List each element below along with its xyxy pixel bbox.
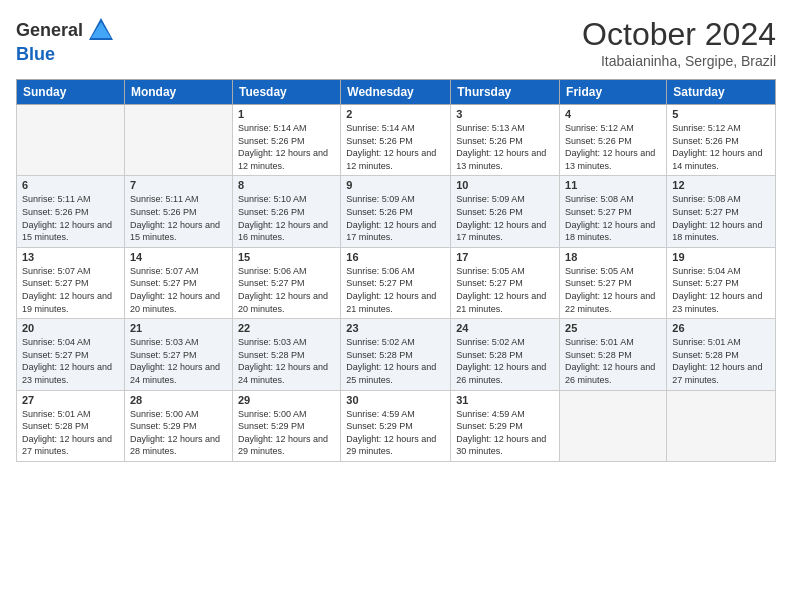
calendar-cell: 5Sunrise: 5:12 AM Sunset: 5:26 PM Daylig… [667, 105, 776, 176]
col-saturday: Saturday [667, 80, 776, 105]
calendar-cell: 31Sunrise: 4:59 AM Sunset: 5:29 PM Dayli… [451, 390, 560, 461]
col-sunday: Sunday [17, 80, 125, 105]
calendar-header-row: Sunday Monday Tuesday Wednesday Thursday… [17, 80, 776, 105]
day-info: Sunrise: 5:00 AM Sunset: 5:29 PM Dayligh… [130, 408, 227, 458]
calendar-week-row: 13Sunrise: 5:07 AM Sunset: 5:27 PM Dayli… [17, 247, 776, 318]
calendar-cell: 17Sunrise: 5:05 AM Sunset: 5:27 PM Dayli… [451, 247, 560, 318]
day-number: 26 [672, 322, 770, 334]
calendar-cell: 1Sunrise: 5:14 AM Sunset: 5:26 PM Daylig… [232, 105, 340, 176]
svg-marker-1 [91, 22, 111, 38]
day-info: Sunrise: 5:12 AM Sunset: 5:26 PM Dayligh… [672, 122, 770, 172]
calendar-cell: 27Sunrise: 5:01 AM Sunset: 5:28 PM Dayli… [17, 390, 125, 461]
calendar-cell: 30Sunrise: 4:59 AM Sunset: 5:29 PM Dayli… [341, 390, 451, 461]
logo-icon [87, 16, 115, 44]
day-info: Sunrise: 5:06 AM Sunset: 5:27 PM Dayligh… [346, 265, 445, 315]
logo-blue: Blue [16, 44, 55, 64]
day-number: 5 [672, 108, 770, 120]
day-info: Sunrise: 5:00 AM Sunset: 5:29 PM Dayligh… [238, 408, 335, 458]
logo-general: General [16, 20, 83, 41]
day-info: Sunrise: 5:05 AM Sunset: 5:27 PM Dayligh… [456, 265, 554, 315]
day-info: Sunrise: 5:09 AM Sunset: 5:26 PM Dayligh… [456, 193, 554, 243]
day-number: 1 [238, 108, 335, 120]
calendar-cell: 15Sunrise: 5:06 AM Sunset: 5:27 PM Dayli… [232, 247, 340, 318]
day-number: 17 [456, 251, 554, 263]
day-info: Sunrise: 5:06 AM Sunset: 5:27 PM Dayligh… [238, 265, 335, 315]
calendar-cell: 25Sunrise: 5:01 AM Sunset: 5:28 PM Dayli… [560, 319, 667, 390]
day-info: Sunrise: 5:05 AM Sunset: 5:27 PM Dayligh… [565, 265, 661, 315]
day-info: Sunrise: 5:14 AM Sunset: 5:26 PM Dayligh… [238, 122, 335, 172]
calendar-cell: 26Sunrise: 5:01 AM Sunset: 5:28 PM Dayli… [667, 319, 776, 390]
calendar-cell: 9Sunrise: 5:09 AM Sunset: 5:26 PM Daylig… [341, 176, 451, 247]
day-info: Sunrise: 4:59 AM Sunset: 5:29 PM Dayligh… [346, 408, 445, 458]
calendar-cell: 23Sunrise: 5:02 AM Sunset: 5:28 PM Dayli… [341, 319, 451, 390]
day-number: 28 [130, 394, 227, 406]
day-number: 12 [672, 179, 770, 191]
day-info: Sunrise: 5:10 AM Sunset: 5:26 PM Dayligh… [238, 193, 335, 243]
calendar-cell: 6Sunrise: 5:11 AM Sunset: 5:26 PM Daylig… [17, 176, 125, 247]
day-number: 24 [456, 322, 554, 334]
calendar-cell: 20Sunrise: 5:04 AM Sunset: 5:27 PM Dayli… [17, 319, 125, 390]
day-number: 7 [130, 179, 227, 191]
day-number: 18 [565, 251, 661, 263]
day-number: 9 [346, 179, 445, 191]
day-info: Sunrise: 5:01 AM Sunset: 5:28 PM Dayligh… [672, 336, 770, 386]
calendar-cell: 2Sunrise: 5:14 AM Sunset: 5:26 PM Daylig… [341, 105, 451, 176]
day-number: 19 [672, 251, 770, 263]
day-number: 3 [456, 108, 554, 120]
day-info: Sunrise: 5:04 AM Sunset: 5:27 PM Dayligh… [22, 336, 119, 386]
day-info: Sunrise: 5:04 AM Sunset: 5:27 PM Dayligh… [672, 265, 770, 315]
col-friday: Friday [560, 80, 667, 105]
day-info: Sunrise: 5:11 AM Sunset: 5:26 PM Dayligh… [22, 193, 119, 243]
day-number: 16 [346, 251, 445, 263]
day-number: 29 [238, 394, 335, 406]
day-number: 14 [130, 251, 227, 263]
day-info: Sunrise: 5:11 AM Sunset: 5:26 PM Dayligh… [130, 193, 227, 243]
calendar-cell: 7Sunrise: 5:11 AM Sunset: 5:26 PM Daylig… [124, 176, 232, 247]
calendar-week-row: 1Sunrise: 5:14 AM Sunset: 5:26 PM Daylig… [17, 105, 776, 176]
day-number: 8 [238, 179, 335, 191]
calendar-cell: 13Sunrise: 5:07 AM Sunset: 5:27 PM Dayli… [17, 247, 125, 318]
day-info: Sunrise: 5:08 AM Sunset: 5:27 PM Dayligh… [565, 193, 661, 243]
calendar-cell: 10Sunrise: 5:09 AM Sunset: 5:26 PM Dayli… [451, 176, 560, 247]
day-info: Sunrise: 5:03 AM Sunset: 5:27 PM Dayligh… [130, 336, 227, 386]
calendar-cell: 12Sunrise: 5:08 AM Sunset: 5:27 PM Dayli… [667, 176, 776, 247]
day-number: 30 [346, 394, 445, 406]
day-info: Sunrise: 5:07 AM Sunset: 5:27 PM Dayligh… [22, 265, 119, 315]
calendar-cell: 19Sunrise: 5:04 AM Sunset: 5:27 PM Dayli… [667, 247, 776, 318]
calendar-cell: 24Sunrise: 5:02 AM Sunset: 5:28 PM Dayli… [451, 319, 560, 390]
day-number: 27 [22, 394, 119, 406]
calendar-table: Sunday Monday Tuesday Wednesday Thursday… [16, 79, 776, 462]
title-block: October 2024 Itabaianinha, Sergipe, Braz… [582, 16, 776, 69]
day-info: Sunrise: 5:02 AM Sunset: 5:28 PM Dayligh… [456, 336, 554, 386]
col-monday: Monday [124, 80, 232, 105]
logo: General Blue [16, 16, 115, 65]
day-number: 11 [565, 179, 661, 191]
day-number: 10 [456, 179, 554, 191]
day-number: 6 [22, 179, 119, 191]
col-tuesday: Tuesday [232, 80, 340, 105]
calendar-cell: 8Sunrise: 5:10 AM Sunset: 5:26 PM Daylig… [232, 176, 340, 247]
calendar-cell: 11Sunrise: 5:08 AM Sunset: 5:27 PM Dayli… [560, 176, 667, 247]
calendar-cell: 14Sunrise: 5:07 AM Sunset: 5:27 PM Dayli… [124, 247, 232, 318]
day-number: 22 [238, 322, 335, 334]
calendar-week-row: 6Sunrise: 5:11 AM Sunset: 5:26 PM Daylig… [17, 176, 776, 247]
day-number: 20 [22, 322, 119, 334]
col-thursday: Thursday [451, 80, 560, 105]
day-number: 21 [130, 322, 227, 334]
calendar-cell: 29Sunrise: 5:00 AM Sunset: 5:29 PM Dayli… [232, 390, 340, 461]
day-number: 25 [565, 322, 661, 334]
header: General Blue October 2024 Itabaianinha, … [16, 16, 776, 69]
calendar-cell: 3Sunrise: 5:13 AM Sunset: 5:26 PM Daylig… [451, 105, 560, 176]
day-info: Sunrise: 5:02 AM Sunset: 5:28 PM Dayligh… [346, 336, 445, 386]
day-number: 15 [238, 251, 335, 263]
page-container: General Blue October 2024 Itabaianinha, … [0, 0, 792, 472]
calendar-cell [17, 105, 125, 176]
calendar-cell: 4Sunrise: 5:12 AM Sunset: 5:26 PM Daylig… [560, 105, 667, 176]
calendar-cell: 22Sunrise: 5:03 AM Sunset: 5:28 PM Dayli… [232, 319, 340, 390]
day-info: Sunrise: 5:13 AM Sunset: 5:26 PM Dayligh… [456, 122, 554, 172]
day-info: Sunrise: 5:01 AM Sunset: 5:28 PM Dayligh… [22, 408, 119, 458]
month-title: October 2024 [582, 16, 776, 53]
day-number: 23 [346, 322, 445, 334]
day-info: Sunrise: 5:09 AM Sunset: 5:26 PM Dayligh… [346, 193, 445, 243]
day-info: Sunrise: 5:14 AM Sunset: 5:26 PM Dayligh… [346, 122, 445, 172]
